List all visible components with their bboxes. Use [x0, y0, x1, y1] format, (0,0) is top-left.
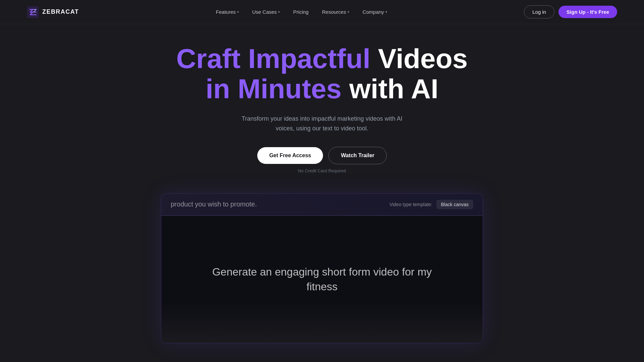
- hero-subtitle: Transform your ideas into impactful mark…: [231, 114, 413, 133]
- nav-resources[interactable]: Resources ▾: [317, 6, 355, 17]
- no-credit-card-text: No Credit Card Required: [298, 168, 346, 173]
- demo-template-label: Video type template:: [389, 202, 432, 207]
- logo-text: ZEBRACAT: [42, 8, 79, 15]
- hero-title-line2: in Minutes with AI: [176, 74, 468, 104]
- resources-chevron-icon: ▾: [347, 10, 349, 14]
- nav-actions: Log in Sign Up - It's Free: [524, 5, 617, 18]
- signup-button[interactable]: Sign Up - It's Free: [558, 6, 617, 18]
- nav-company[interactable]: Company ▾: [357, 6, 392, 17]
- nav-features[interactable]: Features ▾: [211, 6, 244, 17]
- demo-template-value: Black canvas: [436, 200, 473, 209]
- hero-title-line1: Craft Impactful Videos: [176, 44, 468, 74]
- hero-title-craft: Craft Impactful: [176, 43, 371, 74]
- hero-buttons: Get Free Access Watch Trailer: [257, 147, 387, 164]
- demo-container: product you wish to promote. Video type …: [161, 193, 483, 343]
- login-button[interactable]: Log in: [524, 5, 554, 18]
- demo-video-text: Generate an engaging short form video fo…: [198, 251, 446, 308]
- demo-prompt-text: product you wish to promote.: [171, 200, 257, 208]
- demo-section: product you wish to promote. Video type …: [0, 193, 644, 343]
- logo[interactable]: ZEBRACAT: [27, 6, 79, 18]
- company-chevron-icon: ▾: [385, 10, 387, 14]
- get-free-access-button[interactable]: Get Free Access: [257, 147, 323, 164]
- demo-template-selector[interactable]: Video type template: Black canvas: [389, 200, 473, 209]
- demo-top-bar: product you wish to promote. Video type …: [161, 194, 483, 216]
- features-chevron-icon: ▾: [237, 10, 239, 14]
- hero-title: Craft Impactful Videos in Minutes with A…: [176, 44, 468, 104]
- hero-title-videos-word: Videos: [378, 43, 468, 74]
- nav-links: Features ▾ Use Cases ▾ Pricing Resources…: [211, 6, 392, 17]
- demo-prompt-area: product you wish to promote.: [171, 200, 381, 208]
- demo-bottom-fade: [161, 303, 483, 343]
- hero-title-with-ai-word: with AI: [349, 73, 438, 104]
- nav-pricing[interactable]: Pricing: [288, 6, 314, 17]
- watch-trailer-button[interactable]: Watch Trailer: [328, 147, 387, 164]
- zebracat-logo-icon: [27, 6, 39, 18]
- nav-use-cases[interactable]: Use Cases ▾: [247, 6, 285, 17]
- hero-title-in-minutes: in Minutes: [206, 73, 341, 104]
- use-cases-chevron-icon: ▾: [278, 10, 280, 14]
- navbar: ZEBRACAT Features ▾ Use Cases ▾ Pricing …: [0, 0, 644, 24]
- hero-section: Craft Impactful Videos in Minutes with A…: [0, 0, 644, 193]
